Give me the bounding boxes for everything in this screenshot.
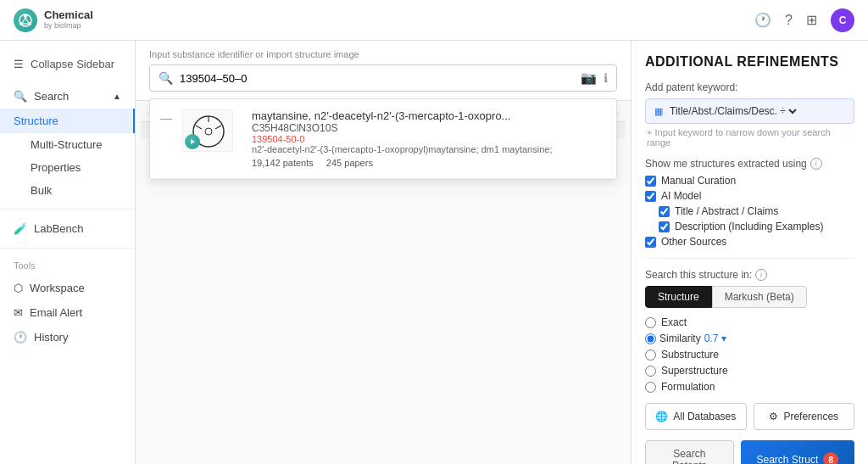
divider2 [0,248,135,249]
search-label: Search [34,90,69,103]
radio-exact: Exact [645,316,854,328]
sidebar-item-history[interactable]: 🕐 History [0,325,135,349]
sidebar-item-bulk[interactable]: Bulk [0,179,135,202]
sidebar-item-properties[interactable]: Properties [0,156,135,179]
svg-point-1 [24,14,27,18]
content-area: Input substance identifier or import str… [136,41,631,464]
svg-point-3 [19,22,23,25]
autocomplete-item[interactable]: — [150,99,616,179]
radio-formulation: Formulation [645,381,854,393]
globe-icon: 🌐 [655,411,668,422]
search-buttons-row: Search Patents Search Struct 8 [645,440,854,464]
gear-icon: ⚙ [769,411,778,422]
svg-line-4 [25,18,29,23]
logo-area: Chemical by biolmap [14,8,93,32]
similarity-radio[interactable] [645,333,656,344]
dash: — [160,111,172,125]
paper-count: 245 papers [326,158,373,168]
autocomplete-counts: 19,142 patents 245 papers [252,158,606,168]
search-input[interactable] [180,72,574,85]
camera-icon[interactable]: 📷 [581,70,597,86]
keyword-hint[interactable]: + Input keyword to narrow down your sear… [645,127,854,148]
svg-line-9 [196,126,202,129]
sidebar-item-labbench[interactable]: 🧪 LabBench [0,216,135,241]
search-patents-btn[interactable]: Search Patents [645,440,734,464]
all-databases-btn[interactable]: 🌐 All Databases [645,403,747,430]
search-type-tabs: Structure Markush (Beta) [645,286,854,308]
chevron-icon: ▲ [113,92,121,101]
radio-substructure: Substructure [645,349,854,361]
checkbox-other-sources: Other Sources [645,236,854,248]
checkbox-title-abstract: Title / Abstract / Claims [645,205,854,217]
exact-radio[interactable] [645,317,656,328]
tab-markush[interactable]: Markush (Beta) [712,286,807,308]
substructure-radio[interactable] [645,349,656,361]
tools-label: Tools [0,255,135,276]
search-in-label: Search this structure in: i [645,269,854,281]
grid-icon[interactable]: ⊞ [806,12,817,28]
labbench-icon: 🧪 [14,222,27,235]
search-in-info-icon[interactable]: i [755,269,767,281]
badge-count: 8 [823,452,838,464]
autocomplete-dropdown: — [149,98,617,180]
ai-model-checkbox[interactable] [645,191,656,202]
mol-image [182,109,233,152]
divider [0,209,135,210]
show-structures-info-icon[interactable]: i [810,158,822,170]
mol-preview [182,109,242,160]
top-nav: Chemical by biolmap 🕐 ? ⊞ C [0,0,868,41]
info-icon[interactable]: ℹ [604,71,608,85]
avatar[interactable]: C [831,8,854,32]
sidebar-item-multi-structure[interactable]: Multi-Structure [0,133,135,156]
svg-line-5 [23,18,26,23]
panel-title: ADDITIONAL REFINEMENTS [645,54,854,70]
similarity-value-btn[interactable]: 0.7 ▾ [704,333,726,344]
preferences-btn[interactable]: ⚙ Preferences [754,403,855,430]
history-icon: 🕐 [14,331,27,344]
app-sub: by biolmap [44,22,93,31]
collapse-icon: ☰ [14,58,24,70]
checkbox-description: Description (Including Examples) [645,221,854,232]
radio-similarity: Similarity 0.7 ▾ [645,333,854,344]
autocomplete-name: maytansine, n2′-deacetyl-n2′-(3-mercapto… [252,109,606,122]
main-layout: ☰ Collapse Sidebar 🔍 Search ▲ Structure … [0,41,868,464]
checkbox-ai-model: AI Model [645,190,854,202]
autocomplete-formula: C35H48ClN3O10S [252,122,606,134]
clock-icon[interactable]: 🕐 [754,12,771,28]
action-row: 🌐 All Databases ⚙ Preferences [645,403,854,430]
logo-text: Chemical by biolmap [44,9,93,30]
search-area: Input substance identifier or import str… [136,41,631,101]
keyword-select[interactable]: Title/Abst./Claims/Desc. ÷ [666,104,799,118]
svg-line-10 [215,126,221,129]
superstructure-radio[interactable] [645,366,656,377]
right-panel: ADDITIONAL REFINEMENTS Add patent keywor… [631,41,868,464]
title-abstract-checkbox[interactable] [659,206,670,217]
manual-curation-checkbox[interactable] [645,176,656,187]
other-sources-checkbox[interactable] [645,237,656,248]
radio-superstructure: Superstructure [645,365,854,377]
sidebar-item-workspace[interactable]: ⬡ Workspace [0,276,135,300]
workspace-icon: ⬡ [14,282,23,294]
autocomplete-aliases: n2′-deacetyl-n2′-(3-(mercapto-1-oxopropy… [252,144,574,154]
show-structures-label: Show me structures extracted using i [645,158,854,170]
patent-count: 19,142 patents [252,158,314,168]
section-divider [645,258,854,259]
description-checkbox[interactable] [659,221,670,232]
search-structure-btn[interactable]: Search Struct 8 [741,440,854,464]
autocomplete-info: maytansine, n2′-deacetyl-n2′-(3-mercapto… [252,109,606,168]
collapse-sidebar-btn[interactable]: ☰ Collapse Sidebar [0,51,135,77]
svg-marker-12 [191,139,195,144]
sidebar-item-structure[interactable]: Structure [0,109,135,133]
svg-point-2 [28,22,31,25]
search-input-icon: 🔍 [159,71,173,85]
structure-label: Structure [14,115,58,127]
search-input-wrapper: 🔍 📷 ℹ [149,64,617,92]
sidebar-item-email-alert[interactable]: ✉ Email Alert [0,300,135,325]
app-name: Chemical [44,9,93,21]
svg-point-11 [205,128,212,135]
sidebar-item-search[interactable]: 🔍 Search ▲ [0,84,135,109]
search-icon: 🔍 [14,90,27,103]
help-icon[interactable]: ? [785,13,793,28]
formulation-radio[interactable] [645,382,656,393]
tab-structure[interactable]: Structure [645,286,712,308]
